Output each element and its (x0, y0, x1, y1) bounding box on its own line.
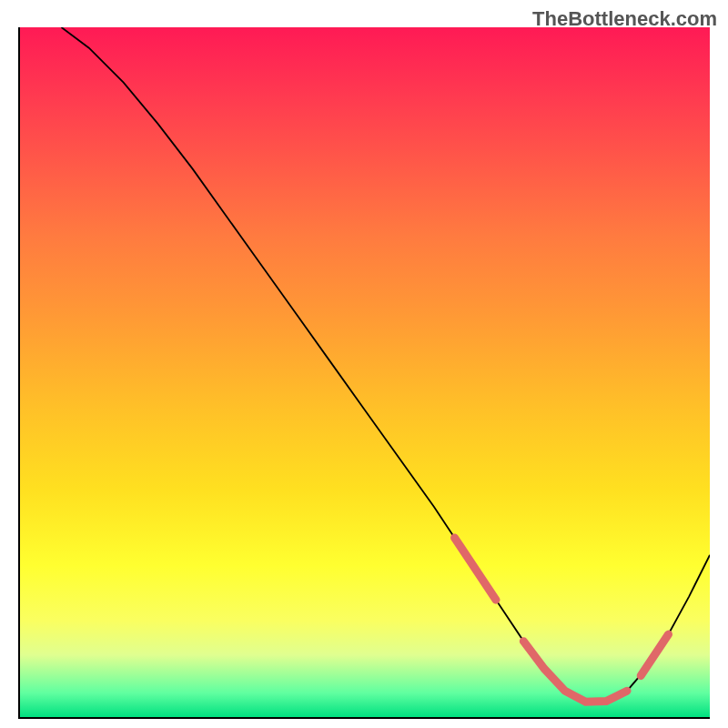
chart-svg (20, 27, 710, 717)
chart-plot-area (18, 27, 710, 719)
marker-cluster-flat (523, 642, 627, 703)
marker-cluster-left (455, 538, 496, 600)
bottleneck-curve-line (61, 27, 710, 702)
marker-cluster-right (641, 634, 668, 675)
watermark-text: TheBottleneck.com (532, 7, 717, 31)
